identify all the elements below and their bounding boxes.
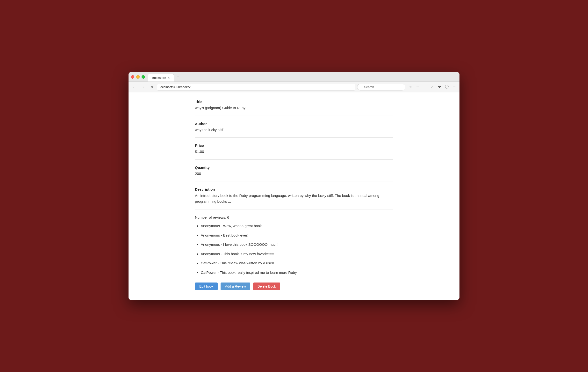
tab-close-button[interactable]: × (168, 77, 170, 79)
author-label: Author (195, 122, 393, 126)
traffic-lights (131, 75, 145, 79)
menu-icon[interactable]: ☰ (451, 84, 457, 90)
bookmark-icon[interactable]: ☆ (407, 84, 414, 90)
title-bar: Bookstore × + (128, 72, 460, 82)
delete-book-button[interactable]: Delete Book (253, 283, 280, 290)
new-tab-button[interactable]: + (175, 75, 181, 79)
minimize-button[interactable] (136, 75, 140, 79)
back-button[interactable]: ← (131, 84, 138, 90)
review-list: Anonymous - Wow, what a great book!Anony… (195, 223, 393, 275)
download-icon[interactable]: ↓ (422, 84, 428, 90)
description-section: Description An introductory book to the … (195, 187, 393, 209)
price-label: Price (195, 143, 393, 148)
info-icon[interactable]: ⓘ (443, 84, 450, 90)
description-value: An introductory book to the Ruby program… (195, 193, 393, 204)
quantity-value: 200 (195, 171, 393, 176)
reviews-section: Number of reviews: 6 Anonymous - Wow, wh… (195, 215, 393, 275)
reload-button[interactable]: ↻ (148, 84, 155, 90)
reviews-count: Number of reviews: 6 (195, 215, 393, 219)
title-value: why's (poignant) Guide to Ruby (195, 105, 393, 111)
list-item: CatPower - This book really inspired me … (201, 270, 393, 275)
list-item: Anonymous - I love this book SOOOOOO muc… (201, 242, 393, 247)
search-container: 🔍 (357, 84, 405, 90)
page-content: Title why's (poignant) Guide to Ruby Aut… (185, 92, 403, 300)
forward-button[interactable]: → (140, 84, 147, 90)
search-input[interactable] (357, 84, 405, 90)
quantity-section: Quantity 200 (195, 165, 393, 182)
nav-bar: ← → ↻ 🔍 ☆ ☷ ↓ ⌂ ❤ ⓘ ☰ (128, 82, 460, 92)
title-label: Title (195, 100, 393, 104)
action-buttons: Edit book Add a Review Delete Book (195, 283, 393, 290)
close-button[interactable] (131, 75, 134, 79)
add-review-button[interactable]: Add a Review (220, 283, 250, 290)
reader-icon[interactable]: ☷ (415, 84, 421, 90)
browser-window: Bookstore × + ← → ↻ 🔍 ☆ ☷ ↓ ⌂ ❤ ⓘ ☰ Titl… (128, 72, 460, 300)
description-label: Description (195, 187, 393, 191)
active-tab[interactable]: Bookstore × (148, 74, 174, 81)
author-section: Author why the lucky stiff (195, 122, 393, 138)
list-item: Anonymous - Wow, what a great book! (201, 223, 393, 229)
tab-bar: Bookstore × + (148, 72, 181, 81)
price-section: Price $1.00 (195, 143, 393, 160)
tab-title: Bookstore (152, 76, 166, 80)
list-item: CatPower - This review was written by a … (201, 261, 393, 266)
nav-icons: ☆ ☷ ↓ ⌂ ❤ ⓘ ☰ (407, 84, 457, 90)
maximize-button[interactable] (142, 75, 145, 79)
home-icon[interactable]: ⌂ (429, 84, 435, 90)
list-item: Anonymous - This book is my new favorite… (201, 251, 393, 257)
pocket-icon[interactable]: ❤ (436, 84, 442, 90)
edit-book-button[interactable]: Edit book (195, 283, 218, 290)
address-bar[interactable] (157, 84, 355, 90)
quantity-label: Quantity (195, 165, 393, 170)
title-section: Title why's (poignant) Guide to Ruby (195, 100, 393, 116)
list-item: Anonymous - Best book ever! (201, 233, 393, 238)
price-value: $1.00 (195, 149, 393, 154)
author-value: why the lucky stiff (195, 127, 393, 133)
